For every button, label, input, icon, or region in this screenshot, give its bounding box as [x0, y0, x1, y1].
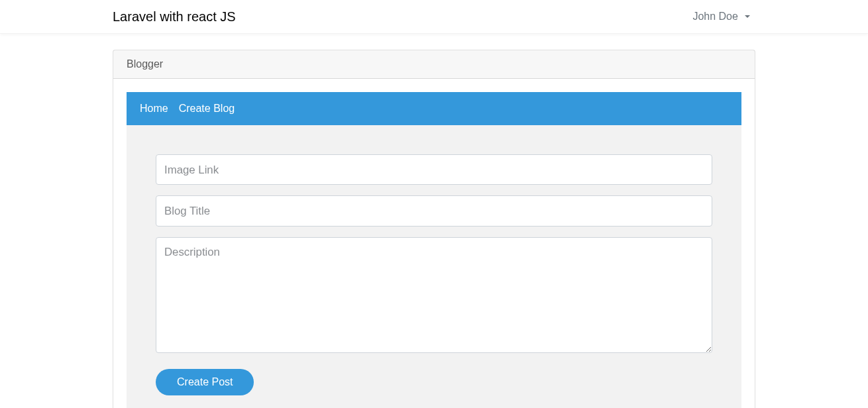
create-blog-form: Create Post — [127, 125, 741, 408]
sub-navbar: Home Create Blog — [127, 92, 741, 125]
user-name: John Doe — [692, 11, 738, 23]
user-dropdown[interactable]: John Doe — [687, 5, 755, 28]
description-textarea[interactable] — [156, 237, 712, 353]
blog-title-input[interactable] — [156, 195, 712, 226]
card-header: Blogger — [113, 50, 755, 79]
blogger-card: Blogger Home Create Blog C — [113, 50, 755, 408]
brand-link[interactable]: Laravel with react JS — [113, 6, 236, 28]
create-post-button[interactable]: Create Post — [156, 369, 254, 395]
image-link-input[interactable] — [156, 154, 712, 185]
nav-create-blog[interactable]: Create Blog — [179, 103, 235, 115]
top-navbar: Laravel with react JS John Doe — [0, 0, 868, 34]
nav-home[interactable]: Home — [140, 103, 168, 115]
caret-down-icon — [745, 15, 750, 18]
inner-panel: Home Create Blog Create Post — [127, 92, 741, 408]
